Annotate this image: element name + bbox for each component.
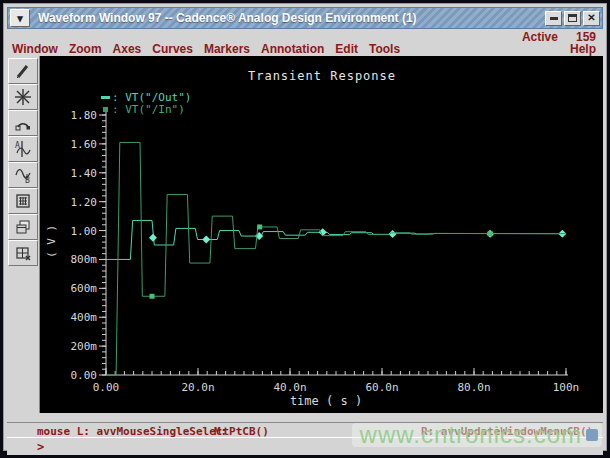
tool-star-button[interactable] [8, 84, 38, 110]
horizontal-marker-b-icon: B [14, 166, 32, 184]
menu-item-curves[interactable]: Curves [152, 42, 193, 56]
menu-item-edit[interactable]: Edit [335, 42, 358, 56]
tool-strip-chart-button[interactable] [8, 240, 38, 266]
svg-text:60.0n: 60.0n [365, 381, 398, 394]
close-icon: ✕ [587, 13, 595, 23]
svg-text:1.20: 1.20 [71, 196, 98, 209]
svg-text:0.00: 0.00 [93, 381, 120, 394]
svg-text:1.40: 1.40 [71, 167, 98, 180]
svg-text:80.0n: 80.0n [457, 381, 490, 394]
menu-item-help[interactable]: Help [570, 42, 596, 56]
window-frame: ▾ Waveform Window 97 -- Cadence® Analog … [3, 3, 607, 451]
maximize-icon [568, 14, 577, 22]
status-mouse-left: mouse L: avvMouseSingleSelectPtCB() [37, 425, 269, 438]
legend-dash-marker-icon [101, 96, 110, 99]
minimize-button[interactable] [545, 11, 562, 26]
menu-item-markers[interactable]: Markers [204, 42, 250, 56]
toolbar: A B [7, 56, 40, 413]
star-icon [14, 88, 32, 106]
menu-item-axes[interactable]: Axes [113, 42, 142, 56]
svg-text:1.80: 1.80 [71, 109, 98, 122]
chevron-down-icon: ▾ [17, 12, 23, 25]
tool-pen-button[interactable] [8, 58, 38, 84]
vertical-marker-a-icon: A [14, 140, 32, 158]
watermark-text: www.cntronics.com [360, 423, 582, 447]
svg-text:1.00: 1.00 [71, 225, 98, 238]
status-mouse-middle: M: [214, 425, 227, 438]
maximize-button[interactable] [564, 11, 581, 26]
tool-calculator-button[interactable] [8, 188, 38, 214]
strip-chart-icon [14, 244, 32, 262]
svg-text:100n: 100n [553, 381, 580, 394]
pen-icon [14, 62, 32, 80]
menu-item-annotation[interactable]: Annotation [261, 42, 324, 56]
svg-text:0.00: 0.00 [71, 369, 98, 382]
svg-text:1.60: 1.60 [71, 138, 98, 151]
svg-text:40.0n: 40.0n [273, 381, 306, 394]
window-title: Waveform Window 97 -- Cadence® Analog De… [30, 11, 545, 25]
legend-label-in: : VT("/In") [112, 103, 185, 116]
watermark: www.cntronics.com [352, 423, 602, 447]
legend-item-out[interactable]: : VT("/Out") [101, 91, 191, 103]
legend: : VT("/Out") : VT("/In") [101, 91, 191, 115]
minimize-icon [550, 17, 558, 20]
plot-title: Transient Response [222, 69, 422, 83]
svg-text:800m: 800m [71, 253, 98, 266]
menu-item-zoom[interactable]: Zoom [69, 42, 102, 56]
legend-item-in[interactable]: : VT("/In") [101, 103, 191, 115]
window-menu-button[interactable]: ▾ [10, 9, 30, 27]
svg-text:20.0n: 20.0n [181, 381, 214, 394]
legend-square-marker-icon [103, 107, 108, 112]
tool-probe-button[interactable] [8, 110, 38, 136]
calculator-icon [14, 192, 32, 210]
svg-text:200m: 200m [71, 340, 98, 353]
y-axis-title: ( V ) [45, 211, 59, 271]
menu-item-window[interactable]: Window [12, 42, 58, 56]
prompt-caret: > [37, 440, 44, 454]
watermark-grip [586, 429, 598, 441]
menu-item-tools[interactable]: Tools [369, 42, 400, 56]
screenshot-root: ▾ Waveform Window 97 -- Cadence® Analog … [0, 0, 610, 458]
copy-window-icon [14, 218, 32, 236]
tool-vertical-marker-button[interactable]: A [8, 136, 38, 162]
titlebar[interactable]: ▾ Waveform Window 97 -- Cadence® Analog … [7, 7, 603, 29]
tool-copy-window-button[interactable] [8, 214, 38, 240]
close-button[interactable]: ✕ [583, 11, 600, 26]
svg-text:B: B [25, 176, 30, 184]
plot-canvas[interactable]: 0.0020.0n40.0n60.0n80.0n100n0.00200m400m… [41, 56, 603, 413]
tool-horizontal-marker-button[interactable]: B [8, 162, 38, 188]
probe-arc-icon [14, 114, 32, 132]
x-axis-title: time ( s ) [266, 394, 386, 408]
main-area: A B [7, 56, 603, 413]
svg-text:400m: 400m [71, 311, 98, 324]
svg-text:600m: 600m [71, 282, 98, 295]
